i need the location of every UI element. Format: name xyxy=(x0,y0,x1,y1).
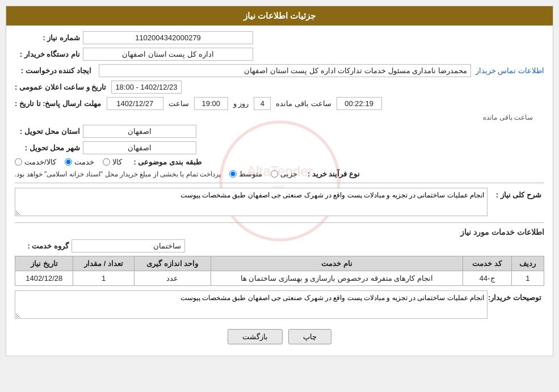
shahr-tahvil-value: اصفهان xyxy=(83,141,196,154)
noe-farayand-label: نوع فرآیند خرید : xyxy=(306,170,363,178)
sharh-koli-label: شرح کلی نیاز : xyxy=(487,188,544,199)
chap-button[interactable]: چاپ xyxy=(288,329,331,344)
tabaghe-kala-label: کالا xyxy=(112,158,122,166)
grohe-khadamat-value: ساختمان xyxy=(72,239,185,252)
nam-dasgah-label: نام دستگاه خریدار : xyxy=(15,50,83,58)
tabaghe-khadamat-label: خدمت xyxy=(74,158,94,166)
tabaghe-kala-radio[interactable] xyxy=(103,158,110,166)
noe-farayand-note: پرداخت تمام یا بخشی از مبلغ خریدار محل "… xyxy=(15,170,221,178)
bazgasht-button[interactable]: بازگشت xyxy=(228,329,283,344)
shahr-tahvil-label: شهر محل تحویل : xyxy=(15,144,83,152)
services-table: ردیف کد خدمت نام خدمت واحد اندازه گیری ت… xyxy=(15,256,544,286)
baqi-mande-label: ساعت باقی مانده xyxy=(483,113,533,121)
table-cell-radif: 1 xyxy=(511,271,544,286)
table-cell-tedad: 1 xyxy=(73,271,134,286)
tarikh-roz-label: روز و xyxy=(231,99,251,108)
col-radif: ردیف xyxy=(511,256,544,271)
col-tedad: تعداد / مقدار xyxy=(73,256,134,271)
ejad-konande-value: محمدرضا نامداری مسئول خدمات تداركات ادار… xyxy=(99,64,471,77)
tarikh-ersal-label: مهلت ارسال پاسخ: تا تاریخ : xyxy=(15,99,104,108)
tarikh-saat-label: ساعت xyxy=(166,99,191,108)
page-title: جزئیات اطلاعات نیاز xyxy=(6,6,553,26)
noe-jazii-label: جزیی xyxy=(280,170,297,178)
noe-jazii-radio[interactable] xyxy=(271,170,278,178)
ostan-tahvil-value: اصفهان xyxy=(83,125,196,138)
section-divider-1 xyxy=(15,183,544,183)
table-cell-tarikhNiaz: 1402/12/28 xyxy=(15,271,73,286)
tarikh-elan-value: 1402/12/23 - 18:00 xyxy=(111,81,181,94)
ejad-konande-link[interactable]: اطلاعات تماس خریدار xyxy=(476,66,544,75)
tosih-kharidar-value[interactable] xyxy=(15,290,487,319)
section-divider-2 xyxy=(15,222,544,223)
table-cell-vahedAndaze: عدد xyxy=(134,271,211,286)
tarikh-elan-label: تاریخ و ساعت اعلان عمومی : xyxy=(15,83,109,91)
col-tarikh-niaz: تاریخ نیاز xyxy=(15,256,73,271)
col-vahed-andaze: واحد اندازه گیری xyxy=(134,256,211,271)
tosih-kharidar-label: توصیحات خریدار: xyxy=(487,290,544,302)
noe-motavasset-radio[interactable] xyxy=(229,170,237,178)
shomare-niaz-label: شماره نیاز : xyxy=(15,33,83,42)
table-cell-namKhadamat: انجام کارهای متفرقه درخصوص بازسازی و بهس… xyxy=(211,271,463,286)
table-row: 1ج-44انجام کارهای متفرقه درخصوص بازسازی … xyxy=(15,271,544,286)
tarikh-ersal-date-value: 1402/12/27 xyxy=(107,97,163,110)
ostan-tahvil-label: استان محل تحویل : xyxy=(15,127,83,136)
shomare-niaz-value: 1102004342000279 xyxy=(83,31,253,44)
tabaghe-kala-khadamat-label: کالا/خدمت xyxy=(24,158,56,166)
tabaghe-khadamat-radio[interactable] xyxy=(65,158,72,166)
grohe-khadamat-label: گروه خدمت : xyxy=(15,242,72,250)
col-nam-khadamat: نام خدمت xyxy=(211,256,463,271)
tarikh-ersal-roz-value: 4 xyxy=(254,97,271,110)
table-cell-kodKhadamat: ج-44 xyxy=(463,271,511,286)
tabaghe-bandi-label: طبقه بندی موضوعی : xyxy=(131,158,204,166)
services-section-title: اطلاعات خدمات مورد نیاز xyxy=(15,227,544,237)
sharh-koli-value[interactable] xyxy=(15,188,487,216)
tarikh-baqi-value: 00:22:19 xyxy=(337,97,382,110)
tarikh-ersal-saat-value: 19:00 xyxy=(194,97,228,110)
tabaghe-kala-khadamat-radio[interactable] xyxy=(15,158,22,166)
col-kod-khadamat: کد خدمت xyxy=(463,256,511,271)
tarikh-baqi-label: ساعت باقی مانده xyxy=(274,99,333,108)
ejad-konande-label: ایجاد کننده درخواست : xyxy=(15,66,94,75)
nam-dasgah-value: اداره کل پست استان اصفهان xyxy=(83,48,253,61)
noe-motavasset-label: متوسط xyxy=(239,170,262,178)
